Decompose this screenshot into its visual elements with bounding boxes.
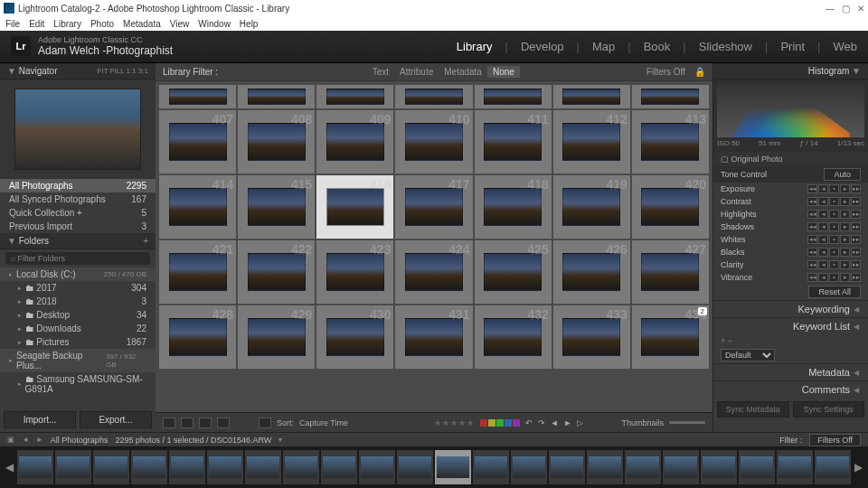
filmstrip-thumb[interactable] — [625, 450, 661, 484]
module-print[interactable]: Print — [780, 40, 805, 53]
original-photo-toggle[interactable]: ▢ Original Photo — [713, 152, 868, 166]
thumbnail-cell[interactable] — [553, 85, 630, 108]
tone-highlights[interactable]: Highlights◂◂◂•▸▸▸ — [713, 208, 868, 221]
thumbnail-cell[interactable]: 408 — [238, 110, 315, 174]
catalog-item[interactable]: Previous Import3 — [0, 220, 156, 233]
filmstrip-thumb[interactable] — [511, 450, 547, 484]
module-slideshow[interactable]: Slideshow — [699, 40, 752, 53]
folder-row[interactable]: ▸ 🖿 Samsung SAMSUNG-SM-G891A — [0, 372, 156, 396]
thumbnail-cell[interactable]: 417 — [395, 175, 472, 239]
color-labels[interactable] — [480, 419, 520, 427]
filters-off-toggle[interactable]: Filters Off — [646, 67, 685, 77]
thumbnail-cell[interactable] — [632, 85, 709, 108]
next-photo-icon[interactable]: ► — [564, 418, 572, 427]
survey-view-icon[interactable] — [217, 418, 230, 428]
filmstrip-thumb[interactable] — [397, 450, 433, 484]
loupe-view-icon[interactable] — [181, 418, 193, 428]
thumbnail-cell[interactable]: 413 — [632, 110, 709, 174]
sort-value[interactable]: Capture Time — [299, 418, 348, 427]
menu-file[interactable]: File — [5, 19, 20, 29]
navigator-header[interactable]: ▼ Navigator FIT FILL 1:1 3:1 — [0, 63, 156, 80]
grid-view-icon[interactable] — [163, 418, 175, 428]
thumbnail-cell[interactable]: 424 — [395, 240, 472, 304]
filmstrip-thumb[interactable] — [549, 450, 585, 484]
filmstrip-left-icon[interactable]: ◀ — [4, 461, 15, 474]
thumbnail-cell[interactable]: 423 — [316, 240, 393, 304]
menu-photo[interactable]: Photo — [90, 19, 114, 29]
thumbnail-cell[interactable] — [395, 85, 472, 108]
menu-view[interactable]: View — [170, 19, 190, 29]
thumbnail-cell[interactable]: 410 — [395, 110, 472, 174]
thumbnail-cell[interactable] — [238, 85, 315, 108]
minimize-icon[interactable]: — — [826, 4, 835, 14]
thumbnail-cell[interactable]: 416 — [316, 175, 393, 239]
menu-library[interactable]: Library — [53, 19, 81, 29]
tone-whites[interactable]: Whites◂◂◂•▸▸▸ — [713, 233, 868, 246]
module-library[interactable]: Library — [457, 40, 493, 53]
second-window-icon[interactable]: ▣ — [7, 436, 14, 444]
filter-none[interactable]: None — [487, 66, 520, 78]
thumbnail-cell[interactable]: 421 — [159, 240, 236, 304]
tone-blacks[interactable]: Blacks◂◂◂•▸▸▸ — [713, 246, 868, 258]
filter-lock-icon[interactable]: 🔒 — [694, 67, 705, 77]
histogram-header[interactable]: Histogram ▼ — [713, 63, 868, 80]
module-develop[interactable]: Develop — [521, 40, 564, 53]
thumbnail-cell[interactable]: 433 — [553, 305, 630, 369]
export-button[interactable]: Export... — [80, 411, 152, 428]
thumbnail-cell[interactable]: 432 — [475, 305, 552, 369]
filmstrip-thumb[interactable] — [17, 450, 53, 484]
import-button[interactable]: Import... — [4, 411, 76, 428]
painter-icon[interactable] — [259, 418, 271, 428]
menu-metadata[interactable]: Metadata — [123, 19, 161, 29]
play-icon[interactable]: ▷ — [577, 418, 583, 427]
thumbnail-cell[interactable]: 411 — [475, 110, 552, 174]
thumbnail-cell[interactable]: 412 — [553, 110, 630, 174]
thumbnail-cell[interactable]: 420 — [632, 175, 709, 239]
filmstrip-thumb[interactable] — [701, 450, 737, 484]
menu-help[interactable]: Help — [240, 19, 259, 29]
thumbnail-size-slider[interactable] — [669, 421, 705, 424]
module-map[interactable]: Map — [592, 40, 615, 53]
thumbnail-cell[interactable] — [316, 85, 393, 108]
folder-row[interactable]: ▸ 🖿 Downloads22 — [0, 322, 156, 335]
thumbnail-cell[interactable]: 422 — [238, 240, 315, 304]
panel-keywording[interactable]: Keywording◀ — [713, 300, 868, 317]
filmstrip-thumb[interactable] — [55, 450, 91, 484]
tone-vibrance[interactable]: Vibrance◂◂◂•▸▸▸ — [713, 271, 868, 284]
filmstrip-thumb[interactable] — [473, 450, 509, 484]
rating-stars[interactable]: ★★★★★ — [434, 418, 475, 427]
filmstrip-thumb[interactable] — [283, 450, 319, 484]
thumbnail-cell[interactable]: 407 — [159, 110, 236, 174]
compare-view-icon[interactable] — [199, 418, 212, 428]
filmstrip-thumb[interactable] — [359, 450, 395, 484]
maximize-icon[interactable]: ▢ — [842, 4, 850, 14]
thumbnail-cell[interactable]: 426 — [553, 240, 630, 304]
filmstrip-thumb[interactable] — [777, 450, 813, 484]
reset-all-button[interactable]: Reset All — [808, 286, 861, 298]
tone-shadows[interactable]: Shadows◂◂◂•▸▸▸ — [713, 221, 868, 233]
filmstrip-thumb[interactable] — [131, 450, 167, 484]
filmstrip-thumb[interactable] — [169, 450, 205, 484]
filmstrip-right-icon[interactable]: ▶ — [853, 461, 864, 474]
filter-preset[interactable]: Filters Off — [809, 434, 861, 446]
filmstrip-thumb[interactable] — [435, 450, 471, 484]
folder-row[interactable]: ▸ 🖿 2017304 — [0, 281, 156, 295]
filmstrip-thumb[interactable] — [207, 450, 243, 484]
thumbnail-cell[interactable]: 414 — [159, 175, 236, 239]
thumbnail-cell[interactable]: 431 — [395, 305, 472, 369]
disk-row[interactable]: ▸Seagate Backup Plus...397 / 932 GB — [0, 349, 156, 372]
filmstrip-thumb[interactable] — [739, 450, 775, 484]
thumbnail-cell[interactable]: 419 — [553, 175, 630, 239]
panel-keyword-list[interactable]: Keyword List◀ — [713, 317, 868, 334]
module-book[interactable]: Book — [644, 40, 671, 53]
menu-window[interactable]: Window — [198, 19, 231, 29]
metadata-preset-select[interactable]: Default — [721, 349, 775, 361]
folder-row[interactable]: ▸ 🖿 Pictures1867 — [0, 335, 156, 349]
menu-edit[interactable]: Edit — [29, 19, 44, 29]
folder-row[interactable]: ▸ 🖿 20183 — [0, 295, 156, 308]
thumbnail-cell[interactable]: 4342 — [632, 305, 709, 369]
filmstrip-thumb[interactable] — [815, 450, 851, 484]
go-forward-icon[interactable]: ► — [36, 436, 43, 444]
panel-metadata[interactable]: Metadata◀ — [713, 363, 868, 380]
filter-folders-input[interactable]: ⌕ Filter Folders — [5, 252, 150, 265]
